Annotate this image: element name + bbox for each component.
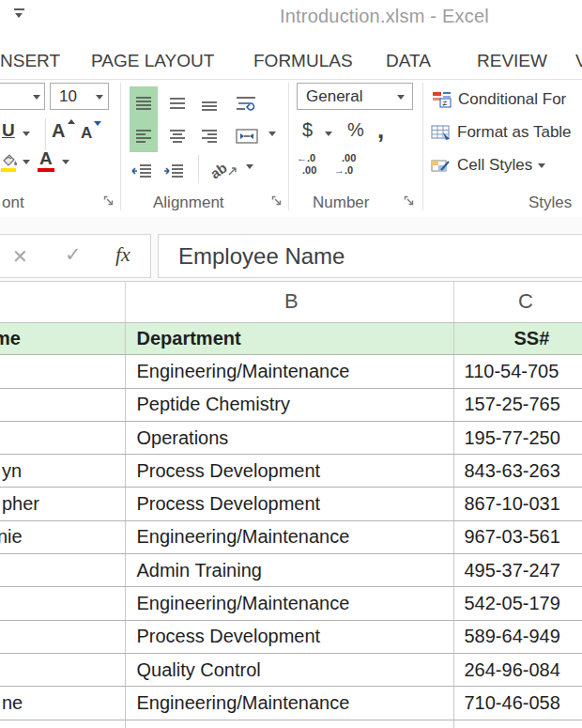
font-dialog-launcher-icon[interactable]: [103, 195, 115, 208]
cell-name-fragment[interactable]: [0, 389, 126, 421]
cell-ssn[interactable]: 110-54-705: [454, 355, 582, 387]
cell-name-fragment[interactable]: yn: [0, 455, 126, 487]
center-button[interactable]: [163, 119, 191, 152]
cell-name-fragment[interactable]: [0, 654, 126, 686]
cell-department[interactable]: Operations: [126, 422, 454, 454]
fill-color-chevron-icon[interactable]: [23, 160, 30, 164]
cell-ssn[interactable]: 589-64-949: [454, 621, 582, 653]
cell-department[interactable]: Process Development: [126, 455, 454, 487]
table-row[interactable]: pher Process Development 867-10-031: [0, 488, 582, 520]
top-align-button[interactable]: [130, 86, 158, 119]
cell-department[interactable]: Process Development: [126, 488, 454, 519]
partial-row: [0, 720, 582, 728]
increase-font-size-button[interactable]: A: [52, 120, 65, 142]
cell-department[interactable]: Engineering/Maintenance: [126, 587, 454, 619]
font-color-chevron-icon[interactable]: [62, 160, 69, 164]
decrease-indent-button[interactable]: [128, 154, 156, 187]
tab-review[interactable]: REVIEW: [477, 51, 547, 71]
fill-color-button[interactable]: [0, 153, 19, 167]
cancel-icon[interactable]: ✕: [12, 245, 28, 268]
bottom-align-button[interactable]: [195, 86, 223, 119]
header-cell-ssn[interactable]: SS#: [454, 323, 582, 354]
cell-ssn[interactable]: 195-77-250: [454, 422, 582, 454]
column-header-c[interactable]: C: [518, 289, 533, 314]
format-as-table-button[interactable]: Format as Table: [431, 118, 582, 147]
increase-decimal-button[interactable]: ←.0 .00: [297, 152, 330, 180]
tab-formulas[interactable]: FORMULAS: [253, 51, 353, 71]
table-row[interactable]: Engineering/Maintenance 542-05-179: [0, 587, 582, 620]
accounting-chevron-icon[interactable]: [325, 132, 332, 136]
conditional-formatting-button[interactable]: ≠ Conditional For: [432, 85, 582, 114]
font-color-button[interactable]: A: [39, 148, 53, 169]
cell-department[interactable]: Engineering/Maintenance: [126, 355, 454, 387]
table-row[interactable]: yn Process Development 843-63-263: [0, 455, 582, 488]
cell-name-fragment[interactable]: [0, 422, 126, 454]
underline-chevron-icon[interactable]: [23, 132, 30, 136]
customize-quick-access-toolbar-icon[interactable]: [13, 7, 26, 20]
cell-ssn[interactable]: 967-03-561: [454, 521, 582, 553]
merge-center-button[interactable]: [229, 119, 265, 152]
table-row[interactable]: ne Engineering/Maintenance 710-46-058: [0, 687, 582, 720]
font-size-combo[interactable]: 10: [50, 83, 109, 110]
cell-name-fragment[interactable]: [0, 355, 126, 387]
cell-department[interactable]: Engineering/Maintenance: [126, 521, 454, 553]
align-left-button[interactable]: [130, 119, 158, 152]
cell-ssn[interactable]: 495-37-247: [454, 554, 582, 586]
cell-ssn[interactable]: 542-05-179: [454, 587, 582, 619]
table-row[interactable]: Process Development 589-64-949: [0, 621, 582, 654]
cell-ssn[interactable]: 710-46-058: [454, 687, 582, 719]
merge-center-chevron-icon[interactable]: [268, 132, 276, 136]
middle-align-button[interactable]: [163, 86, 191, 119]
decrease-font-size-button[interactable]: A: [81, 124, 92, 143]
tab-page-layout[interactable]: PAGE LAYOUT: [91, 51, 214, 71]
tab-insert[interactable]: NSERT: [0, 51, 60, 71]
column-header-b[interactable]: B: [284, 289, 299, 314]
orientation-chevron-icon[interactable]: [246, 164, 253, 169]
increase-indent-button[interactable]: [160, 154, 188, 187]
header-cell-department[interactable]: Department: [126, 323, 454, 354]
cell-name-fragment[interactable]: [0, 621, 126, 653]
orientation-button[interactable]: ab: [205, 154, 244, 187]
cell-department[interactable]: Process Development: [126, 621, 454, 653]
number-format-combo[interactable]: General: [297, 83, 413, 110]
cell-department[interactable]: Engineering/Maintenance: [126, 687, 454, 719]
table-row[interactable]: Engineering/Maintenance 110-54-705: [0, 355, 582, 388]
tab-view[interactable]: V: [575, 51, 582, 71]
cell-name-fragment[interactable]: nie: [0, 521, 126, 553]
cell-department[interactable]: Quality Control: [126, 654, 454, 686]
cell-name-fragment[interactable]: pher: [0, 488, 126, 519]
wrap-text-button[interactable]: [229, 86, 265, 119]
cell-ssn[interactable]: 867-10-031: [454, 488, 582, 519]
cell-department[interactable]: Admin Training: [126, 554, 454, 586]
decrease-decimal-button[interactable]: .00 →.0: [334, 152, 368, 180]
table-row[interactable]: nie Engineering/Maintenance 967-03-561: [0, 521, 582, 554]
cell-ssn[interactable]: 157-25-765: [454, 389, 582, 421]
table-row[interactable]: Operations 195-77-250: [0, 422, 582, 455]
cell-ssn[interactable]: 843-63-263: [454, 455, 582, 487]
alignment-dialog-launcher-icon[interactable]: [271, 195, 283, 208]
underline-button[interactable]: U: [2, 120, 15, 141]
table-row[interactable]: Quality Control 264-96-084: [0, 654, 582, 687]
align-right-button[interactable]: [195, 119, 223, 152]
header-cell-name[interactable]: me: [0, 323, 126, 354]
accounting-format-button[interactable]: $: [302, 119, 313, 141]
font-size-value: 10: [59, 87, 77, 106]
cell-name-fragment[interactable]: ne: [0, 687, 126, 719]
cell-styles-button[interactable]: Cell Styles: [431, 151, 582, 179]
table-row[interactable]: Admin Training 495-37-247: [0, 554, 582, 587]
font-name-combo[interactable]: [0, 83, 45, 110]
cell-ssn[interactable]: 264-96-084: [454, 654, 582, 686]
cell-name-fragment[interactable]: [0, 554, 126, 586]
cell-name-fragment[interactable]: [0, 587, 126, 619]
enter-icon[interactable]: ✓: [65, 243, 82, 266]
number-dialog-launcher-icon[interactable]: [404, 195, 416, 208]
cell-department[interactable]: Peptide Chemistry: [126, 389, 454, 421]
styles-group-label: Styles: [528, 194, 572, 212]
tab-data[interactable]: DATA: [386, 51, 431, 71]
bottom-align-icon: [201, 96, 218, 111]
percent-style-button[interactable]: %: [347, 119, 364, 141]
comma-style-button[interactable]: ,: [377, 116, 384, 145]
formula-input[interactable]: Employee Name: [158, 234, 582, 278]
insert-function-icon[interactable]: fx: [115, 242, 130, 267]
table-row[interactable]: Peptide Chemistry 157-25-765: [0, 389, 582, 422]
